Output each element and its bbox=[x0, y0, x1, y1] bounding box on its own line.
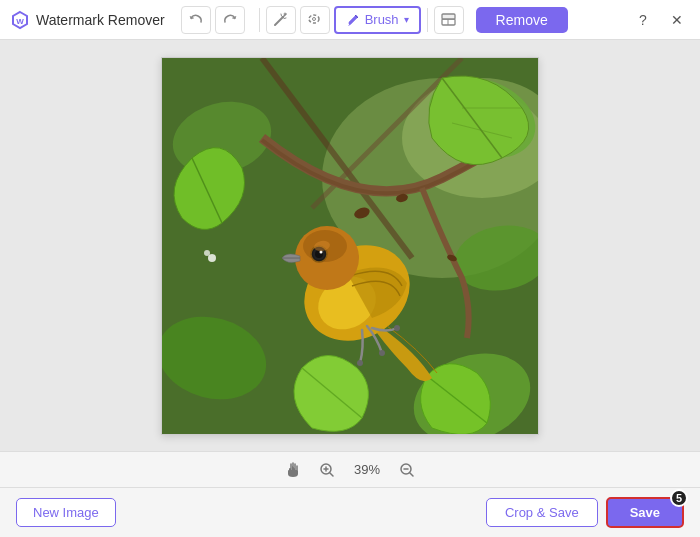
zoom-level: 39% bbox=[349, 462, 385, 477]
redo-button[interactable] bbox=[215, 6, 245, 34]
toolbar-divider bbox=[259, 8, 260, 32]
titlebar: W Watermark Remover bbox=[0, 0, 700, 40]
close-button[interactable]: ✕ bbox=[664, 7, 690, 33]
zoom-bar: 39% bbox=[0, 451, 700, 487]
brush-icon bbox=[346, 13, 360, 27]
main-canvas-area bbox=[0, 40, 700, 451]
svg-point-9 bbox=[309, 15, 319, 23]
action-bar: New Image Crop & Save 5 Save bbox=[0, 487, 700, 537]
help-button[interactable]: ? bbox=[630, 7, 656, 33]
svg-point-4 bbox=[282, 16, 284, 18]
svg-line-8 bbox=[284, 18, 286, 19]
lasso-button[interactable] bbox=[300, 6, 330, 34]
svg-point-48 bbox=[394, 325, 400, 331]
undo-button[interactable] bbox=[181, 6, 211, 34]
new-image-button[interactable]: New Image bbox=[16, 498, 116, 527]
image-canvas bbox=[161, 57, 539, 435]
svg-point-34 bbox=[208, 254, 216, 262]
brush-dropdown-icon: ▾ bbox=[404, 14, 409, 25]
action-bar-right: Crop & Save 5 Save bbox=[486, 497, 684, 528]
svg-point-35 bbox=[204, 250, 210, 256]
eraser-button[interactable] bbox=[434, 6, 464, 34]
brush-label: Brush bbox=[365, 12, 399, 27]
save-wrapper: 5 Save bbox=[606, 497, 684, 528]
svg-line-53 bbox=[330, 473, 333, 476]
app-title: Watermark Remover bbox=[36, 12, 165, 28]
toolbar-tools: Brush ▾ bbox=[266, 6, 421, 34]
brush-button[interactable]: Brush ▾ bbox=[334, 6, 421, 34]
save-badge: 5 bbox=[670, 489, 688, 507]
zoom-in-button[interactable] bbox=[315, 458, 339, 482]
svg-line-7 bbox=[281, 14, 282, 16]
svg-point-10 bbox=[313, 18, 316, 21]
crop-save-button[interactable]: Crop & Save bbox=[486, 498, 598, 527]
magic-wand-button[interactable] bbox=[266, 6, 296, 34]
svg-line-2 bbox=[275, 17, 283, 25]
zoom-out-button[interactable] bbox=[395, 458, 419, 482]
svg-rect-14 bbox=[442, 14, 455, 19]
svg-text:W: W bbox=[16, 17, 24, 26]
undo-redo-group bbox=[181, 6, 245, 34]
hand-tool-button[interactable] bbox=[281, 458, 305, 482]
toolbar-divider2 bbox=[427, 8, 428, 32]
svg-point-47 bbox=[357, 360, 363, 366]
app-logo-icon: W bbox=[10, 10, 30, 30]
window-controls: ? ✕ bbox=[630, 7, 690, 33]
svg-line-56 bbox=[410, 473, 413, 476]
svg-point-46 bbox=[379, 350, 385, 356]
remove-button[interactable]: Remove bbox=[476, 7, 568, 33]
